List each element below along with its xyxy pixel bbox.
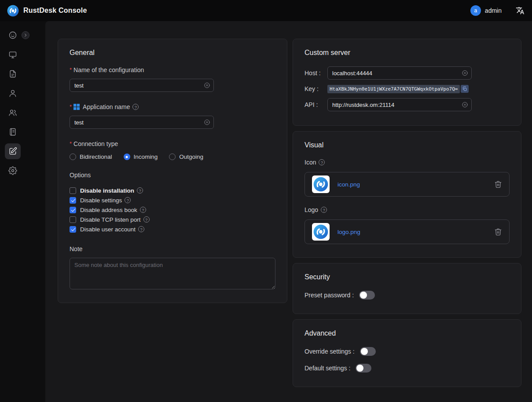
smiley-icon — [8, 31, 17, 40]
checkbox-box[interactable] — [70, 226, 76, 233]
radio-circle[interactable] — [124, 153, 130, 160]
host-label: Host : — [305, 69, 327, 77]
checkbox-box[interactable] — [70, 207, 76, 213]
icon-file-box: icon.png — [305, 172, 510, 197]
connection-type-label: Connection type — [73, 140, 118, 147]
radio-circle[interactable] — [70, 153, 76, 160]
sidebar-item-groups[interactable] — [5, 105, 21, 121]
name-input[interactable] — [70, 79, 214, 92]
app-name-section: * Application name ? — [70, 103, 275, 129]
checkbox-disable-installation[interactable]: Disable installation ? — [70, 186, 275, 195]
required-marker: * — [70, 66, 72, 73]
checkbox-label: Disable TCP listen port — [80, 216, 141, 223]
help-icon[interactable]: ? — [138, 226, 144, 232]
radio-bidirectional[interactable]: Bidirectional — [70, 153, 112, 160]
user-name[interactable]: admin — [485, 7, 502, 14]
name-section: * Name of the configuration — [70, 66, 275, 92]
help-icon[interactable]: ? — [125, 197, 131, 203]
note-section: Note — [70, 245, 275, 291]
note-textarea[interactable] — [70, 258, 275, 289]
help-icon[interactable]: ? — [321, 207, 327, 213]
sidebar-expand-button[interactable] — [22, 31, 29, 39]
override-settings-label: Override settings : — [305, 348, 355, 355]
checkbox-disable-address-book[interactable]: Disable address book ? — [70, 205, 275, 215]
help-icon[interactable]: ? — [143, 216, 150, 223]
sidebar-item-logs[interactable] — [5, 124, 21, 140]
logo-file-link[interactable]: logo.png — [338, 229, 360, 235]
topbar: RustDesk Console a admin — [0, 0, 532, 21]
gear-icon — [8, 166, 17, 175]
app-name-label: Application name — [83, 103, 130, 110]
default-settings-toggle[interactable] — [356, 364, 371, 373]
help-icon[interactable]: ? — [137, 187, 143, 194]
sidebar-item-settings[interactable] — [5, 163, 21, 179]
preset-password-toggle[interactable] — [359, 291, 375, 300]
security-title: Security — [305, 273, 510, 281]
chevron-right-icon — [23, 33, 28, 37]
copy-icon[interactable] — [461, 85, 469, 93]
visual-title: Visual — [305, 141, 510, 149]
sidebar-item-users[interactable] — [5, 85, 21, 101]
logo-thumbnail — [312, 223, 330, 241]
app-name-input[interactable] — [70, 116, 214, 129]
brand: RustDesk Console — [7, 5, 87, 17]
connection-type-section: * Connection type Bidirectional — [70, 140, 275, 160]
options-section: Options Disable installation ? — [70, 172, 275, 234]
override-settings-row: Override settings : — [305, 347, 510, 356]
icon-label: Icon — [305, 159, 316, 166]
checkbox-label: Disable user account — [80, 226, 136, 233]
preset-password-row: Preset password : — [305, 291, 510, 300]
clear-icon[interactable] — [462, 102, 468, 108]
trash-icon[interactable] — [494, 180, 502, 188]
radio-outgoing[interactable]: Outgoing — [169, 153, 203, 160]
checkbox-box[interactable] — [70, 216, 76, 223]
required-marker: * — [70, 140, 72, 147]
app-title: RustDesk Console — [23, 7, 87, 15]
api-input[interactable] — [327, 98, 472, 111]
windows-logo-icon — [73, 104, 80, 110]
options-label: Options — [70, 172, 91, 179]
sidebar-item-configurations[interactable] — [5, 143, 21, 159]
api-row: API : — [305, 98, 510, 111]
help-icon[interactable]: ? — [132, 104, 139, 110]
person-icon — [8, 89, 17, 98]
translate-icon[interactable] — [515, 6, 525, 15]
clear-icon[interactable] — [204, 82, 210, 89]
default-settings-label: Default settings : — [305, 365, 350, 372]
key-value: HtaXBkJNHyn0e1U1jWXze7A7CN7QTGWqxkOtpaVp… — [327, 85, 460, 93]
key-label: Key : — [305, 85, 327, 92]
trash-icon[interactable] — [494, 228, 502, 236]
logo-file-box: logo.png — [305, 219, 510, 244]
clear-icon[interactable] — [462, 70, 468, 77]
people-icon — [8, 108, 17, 117]
checkbox-disable-user-account[interactable]: Disable user account ? — [70, 224, 275, 234]
custom-server-title: Custom server — [305, 49, 510, 57]
icon-file-link[interactable]: icon.png — [338, 181, 360, 188]
api-label: API : — [305, 101, 327, 108]
key-row: Key : HtaXBkJNHyn0e1U1jWXze7A7CN7QTGWqxk… — [305, 82, 510, 95]
radio-label: Incoming — [134, 153, 158, 160]
checkbox-disable-tcp-listen-port[interactable]: Disable TCP listen port ? — [70, 215, 275, 224]
override-settings-toggle[interactable] — [360, 347, 376, 356]
general-card: General * Name of the configuration — [58, 39, 287, 303]
security-card: Security Preset password : — [293, 263, 521, 314]
checkbox-label: Disable installation — [80, 187, 134, 194]
sidebar-item-dashboard[interactable] — [5, 27, 21, 43]
checkbox-label: Disable address book — [80, 207, 137, 213]
clear-icon[interactable] — [204, 119, 210, 126]
help-icon[interactable]: ? — [319, 159, 325, 165]
radio-incoming[interactable]: Incoming — [124, 153, 158, 160]
advanced-card: Advanced Override settings : Default set… — [293, 319, 521, 387]
radio-label: Outgoing — [179, 153, 203, 160]
help-icon[interactable]: ? — [140, 207, 146, 213]
user-avatar[interactable]: a — [470, 5, 481, 16]
sidebar-item-devices[interactable] — [5, 47, 21, 62]
checkbox-box[interactable] — [70, 187, 76, 194]
checkbox-disable-settings[interactable]: Disable settings ? — [70, 195, 275, 205]
checkbox-box[interactable] — [70, 197, 76, 204]
radio-circle[interactable] — [169, 153, 176, 160]
radio-label: Bidirectional — [80, 153, 112, 160]
main-area: General * Name of the configuration — [26, 21, 532, 402]
sidebar-item-documents[interactable] — [5, 66, 21, 82]
host-input[interactable] — [327, 66, 472, 80]
